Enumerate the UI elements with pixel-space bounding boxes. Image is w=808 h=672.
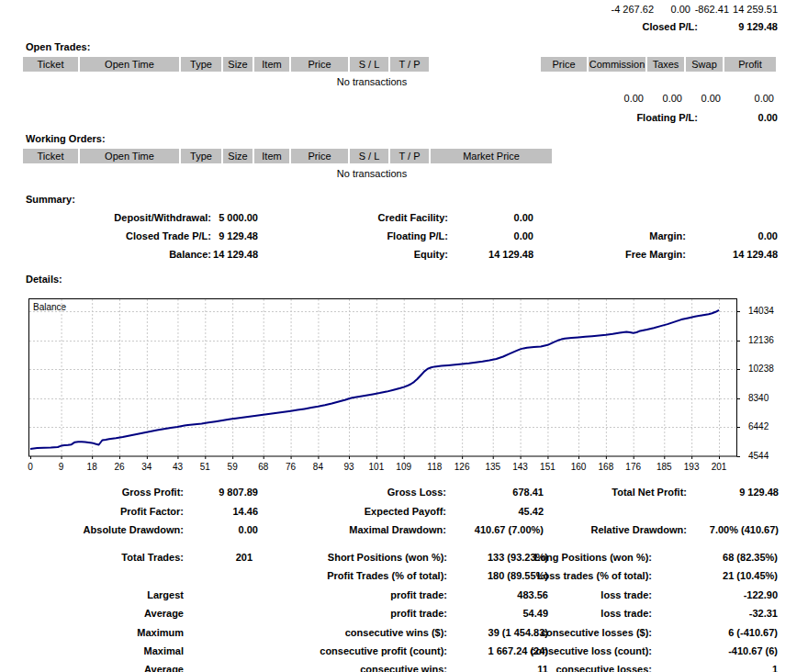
stat-value: 39 (1 454.83) [488, 627, 548, 639]
stat-label: Margin: [649, 230, 686, 242]
stat-value: 0.00 [514, 212, 533, 224]
column-header: Price [291, 149, 348, 163]
stat-label: Largest [147, 589, 184, 601]
working-orders-heading: Working Orders: [26, 133, 106, 145]
stat-value: 11 [537, 664, 548, 672]
y-tick-label: 14034 [748, 306, 774, 316]
stat-value: -410.67 (6) [728, 645, 778, 657]
stat-label: profit trade: [390, 589, 447, 601]
floating-zero-value: 0.00 [755, 93, 774, 105]
stat-label: Short Positions (won %): [328, 552, 447, 564]
column-header-spacer [431, 57, 539, 72]
closed-pl-label: Closed P/L: [642, 21, 698, 33]
stat-label: Total Net Profit: [612, 487, 687, 498]
stat-value: 9 129.48 [739, 487, 779, 498]
column-header: Size [223, 57, 252, 72]
stat-label: Long Positions (won %): [534, 552, 652, 564]
stat-value: -32.31 [749, 608, 778, 620]
stat-label: Expected Payoff: [365, 506, 446, 518]
stat-label: loss trade: [600, 608, 652, 620]
floating-zero-value: 0.00 [701, 93, 721, 105]
stat-label: Average [144, 608, 184, 620]
column-header: T / P [390, 57, 429, 72]
y-tick-label: 8340 [748, 393, 769, 403]
stat-label: consecutive loss (count): [530, 645, 652, 657]
stat-label: Relative Drawdown: [590, 524, 687, 536]
details-heading: Details: [26, 274, 62, 286]
column-header: Commission [589, 57, 645, 72]
column-header: Open Time [80, 149, 179, 163]
floating-pl-value: 0.00 [758, 112, 778, 124]
stat-value: 410.67 (7.00%) [475, 524, 544, 536]
open-trades-heading: Open Trades: [26, 41, 90, 53]
stat-value: 14 129.48 [213, 249, 258, 261]
stat-label: Gross Loss: [387, 487, 446, 498]
stat-label: Equity: [414, 249, 448, 261]
column-header: Type [181, 149, 221, 163]
stat-label: Credit Facility: [378, 212, 448, 224]
stat-label: Balance: [169, 249, 211, 261]
stat-value: 21 (10.45%) [723, 570, 778, 582]
stat-value: 0.00 [514, 230, 533, 242]
stat-label: consecutive profit (count): [320, 645, 447, 657]
summary-heading: Summary: [26, 194, 75, 206]
stat-value: 7.00% (410.67) [710, 524, 779, 536]
stat-label: consecutive wins ($): [345, 627, 447, 639]
open-trades-empty-text: No transactions [23, 76, 721, 88]
totals-value: 14 259.51 [733, 4, 778, 16]
stat-label: Free Margin: [625, 249, 686, 261]
column-header: S / L [350, 149, 388, 163]
stat-value: 68 (82.35%) [723, 552, 778, 564]
floating-zero-value: 0.00 [624, 93, 644, 105]
stat-label: Maximal Drawdown: [349, 524, 446, 536]
column-header: Swap [686, 57, 723, 72]
y-tick-label: 10238 [748, 364, 774, 374]
totals-value: -862.41 [695, 4, 729, 16]
stat-label: loss trade: [600, 589, 652, 601]
stat-label: Gross Profit: [122, 487, 184, 498]
balance-chart [28, 298, 745, 465]
stat-label: Maximal [144, 645, 184, 657]
closed-pl-value: 9 129.48 [738, 21, 778, 33]
stat-label: Loss trades (% of total): [537, 570, 652, 582]
y-tick-label: 4544 [748, 451, 769, 461]
y-tick-label: 6442 [748, 421, 769, 431]
stat-label: consecutive wins: [360, 664, 447, 672]
column-header: Type [181, 57, 221, 72]
stat-value: 9 129.48 [219, 230, 258, 242]
working-orders-header-row: TicketOpen TimeTypeSizeItemPriceS / LT /… [23, 149, 554, 163]
stat-label: Average [144, 664, 184, 672]
column-header: Size [223, 149, 252, 163]
column-header: Price [291, 57, 348, 72]
x-tick-label: 201 [701, 462, 737, 472]
stat-value: 14 129.48 [488, 249, 533, 261]
column-header: Profit [724, 57, 776, 72]
stat-value: 0.00 [758, 230, 778, 242]
stat-label: Maximum [137, 627, 184, 639]
stat-label: Closed Trade P/L: [126, 230, 211, 242]
stat-label: profit trade: [390, 608, 447, 620]
stat-value: 201 [236, 552, 252, 564]
stat-value: 9 807.89 [219, 487, 258, 498]
working-orders-empty-text: No transactions [23, 168, 721, 180]
open-trades-header-row: TicketOpen TimeTypeSizeItemPriceS / LT /… [23, 57, 778, 72]
stat-label: Profit Trades (% of total): [327, 570, 447, 582]
column-header: Item [254, 149, 289, 163]
stat-label: consecutive losses: [556, 664, 652, 672]
totals-value: 0.00 [671, 4, 690, 16]
statement-report: -4 267.620.00-862.4114 259.51 Closed P/L… [0, 0, 808, 672]
stat-value: 0.00 [239, 524, 258, 536]
stat-value: 14.46 [232, 506, 258, 518]
column-header: Item [254, 57, 289, 72]
totals-value: -4 267.62 [612, 4, 654, 16]
y-tick-label: 12136 [748, 335, 774, 345]
balance-line [30, 310, 719, 449]
stat-value: 14 129.48 [733, 249, 778, 261]
column-header: Taxes [647, 57, 684, 72]
stat-value: 1 [772, 664, 778, 672]
column-header: Price [541, 57, 587, 72]
column-header: Ticket [23, 57, 78, 72]
stat-label: Profit Factor: [120, 506, 184, 518]
stat-value: 5 000.00 [219, 212, 258, 224]
column-header: T / P [390, 149, 429, 163]
